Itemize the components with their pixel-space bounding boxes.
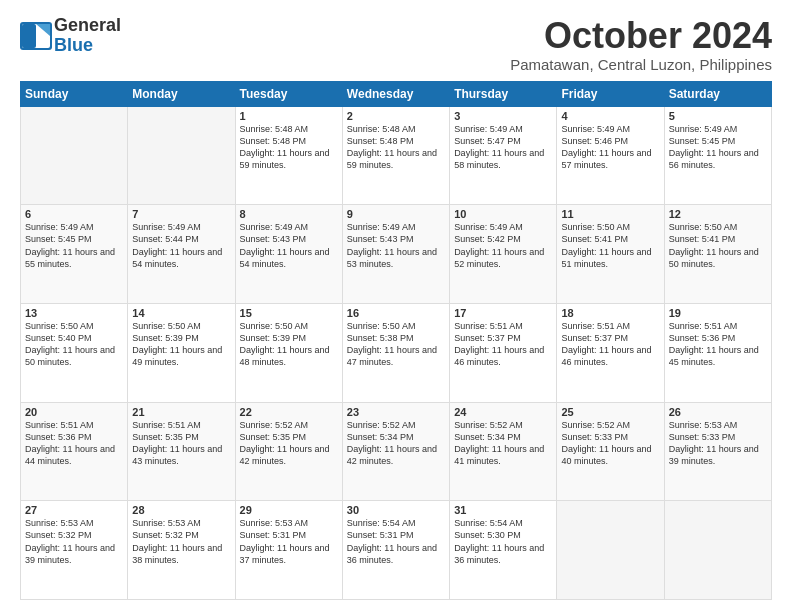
table-row — [664, 501, 771, 600]
table-row: 14 Sunrise: 5:50 AM Sunset: 5:39 PM Dayl… — [128, 303, 235, 402]
calendar-week-row: 1 Sunrise: 5:48 AM Sunset: 5:48 PM Dayli… — [21, 106, 772, 205]
cell-content: Sunrise: 5:49 AM Sunset: 5:43 PM Dayligh… — [240, 221, 338, 270]
table-row: 6 Sunrise: 5:49 AM Sunset: 5:45 PM Dayli… — [21, 205, 128, 304]
day-number: 5 — [669, 110, 767, 122]
table-row: 29 Sunrise: 5:53 AM Sunset: 5:31 PM Dayl… — [235, 501, 342, 600]
cell-content: Sunrise: 5:49 AM Sunset: 5:46 PM Dayligh… — [561, 123, 659, 172]
table-row: 26 Sunrise: 5:53 AM Sunset: 5:33 PM Dayl… — [664, 402, 771, 501]
calendar-week-row: 20 Sunrise: 5:51 AM Sunset: 5:36 PM Dayl… — [21, 402, 772, 501]
day-number: 1 — [240, 110, 338, 122]
day-number: 18 — [561, 307, 659, 319]
cell-content: Sunrise: 5:51 AM Sunset: 5:36 PM Dayligh… — [669, 320, 767, 369]
table-row: 22 Sunrise: 5:52 AM Sunset: 5:35 PM Dayl… — [235, 402, 342, 501]
day-number: 8 — [240, 208, 338, 220]
cell-content: Sunrise: 5:50 AM Sunset: 5:38 PM Dayligh… — [347, 320, 445, 369]
day-number: 15 — [240, 307, 338, 319]
day-number: 22 — [240, 406, 338, 418]
day-number: 14 — [132, 307, 230, 319]
day-number: 3 — [454, 110, 552, 122]
cell-content: Sunrise: 5:48 AM Sunset: 5:48 PM Dayligh… — [347, 123, 445, 172]
day-number: 21 — [132, 406, 230, 418]
logo-icon — [20, 22, 52, 50]
day-number: 20 — [25, 406, 123, 418]
cell-content: Sunrise: 5:49 AM Sunset: 5:42 PM Dayligh… — [454, 221, 552, 270]
cell-content: Sunrise: 5:50 AM Sunset: 5:41 PM Dayligh… — [669, 221, 767, 270]
day-number: 25 — [561, 406, 659, 418]
svg-rect-3 — [22, 24, 36, 48]
col-wednesday: Wednesday — [342, 81, 449, 106]
table-row: 16 Sunrise: 5:50 AM Sunset: 5:38 PM Dayl… — [342, 303, 449, 402]
day-number: 31 — [454, 504, 552, 516]
col-monday: Monday — [128, 81, 235, 106]
day-number: 9 — [347, 208, 445, 220]
logo-blue: Blue — [54, 35, 93, 55]
cell-content: Sunrise: 5:53 AM Sunset: 5:31 PM Dayligh… — [240, 517, 338, 566]
table-row: 9 Sunrise: 5:49 AM Sunset: 5:43 PM Dayli… — [342, 205, 449, 304]
day-number: 7 — [132, 208, 230, 220]
table-row: 4 Sunrise: 5:49 AM Sunset: 5:46 PM Dayli… — [557, 106, 664, 205]
cell-content: Sunrise: 5:51 AM Sunset: 5:36 PM Dayligh… — [25, 419, 123, 468]
col-sunday: Sunday — [21, 81, 128, 106]
cell-content: Sunrise: 5:52 AM Sunset: 5:34 PM Dayligh… — [454, 419, 552, 468]
table-row — [21, 106, 128, 205]
day-number: 16 — [347, 307, 445, 319]
cell-content: Sunrise: 5:51 AM Sunset: 5:37 PM Dayligh… — [561, 320, 659, 369]
cell-content: Sunrise: 5:52 AM Sunset: 5:35 PM Dayligh… — [240, 419, 338, 468]
table-row: 17 Sunrise: 5:51 AM Sunset: 5:37 PM Dayl… — [450, 303, 557, 402]
day-number: 30 — [347, 504, 445, 516]
table-row: 23 Sunrise: 5:52 AM Sunset: 5:34 PM Dayl… — [342, 402, 449, 501]
cell-content: Sunrise: 5:50 AM Sunset: 5:40 PM Dayligh… — [25, 320, 123, 369]
cell-content: Sunrise: 5:54 AM Sunset: 5:30 PM Dayligh… — [454, 517, 552, 566]
cell-content: Sunrise: 5:53 AM Sunset: 5:32 PM Dayligh… — [25, 517, 123, 566]
cell-content: Sunrise: 5:53 AM Sunset: 5:33 PM Dayligh… — [669, 419, 767, 468]
cell-content: Sunrise: 5:52 AM Sunset: 5:33 PM Dayligh… — [561, 419, 659, 468]
page: General Blue October 2024 Pamatawan, Cen… — [0, 0, 792, 612]
cell-content: Sunrise: 5:54 AM Sunset: 5:31 PM Dayligh… — [347, 517, 445, 566]
day-number: 12 — [669, 208, 767, 220]
table-row: 3 Sunrise: 5:49 AM Sunset: 5:47 PM Dayli… — [450, 106, 557, 205]
table-row: 11 Sunrise: 5:50 AM Sunset: 5:41 PM Dayl… — [557, 205, 664, 304]
table-row: 30 Sunrise: 5:54 AM Sunset: 5:31 PM Dayl… — [342, 501, 449, 600]
cell-content: Sunrise: 5:49 AM Sunset: 5:45 PM Dayligh… — [669, 123, 767, 172]
table-row: 12 Sunrise: 5:50 AM Sunset: 5:41 PM Dayl… — [664, 205, 771, 304]
table-row: 19 Sunrise: 5:51 AM Sunset: 5:36 PM Dayl… — [664, 303, 771, 402]
day-number: 29 — [240, 504, 338, 516]
cell-content: Sunrise: 5:51 AM Sunset: 5:37 PM Dayligh… — [454, 320, 552, 369]
calendar-week-row: 13 Sunrise: 5:50 AM Sunset: 5:40 PM Dayl… — [21, 303, 772, 402]
day-number: 19 — [669, 307, 767, 319]
table-row: 10 Sunrise: 5:49 AM Sunset: 5:42 PM Dayl… — [450, 205, 557, 304]
cell-content: Sunrise: 5:49 AM Sunset: 5:45 PM Dayligh… — [25, 221, 123, 270]
table-row: 2 Sunrise: 5:48 AM Sunset: 5:48 PM Dayli… — [342, 106, 449, 205]
calendar-week-row: 27 Sunrise: 5:53 AM Sunset: 5:32 PM Dayl… — [21, 501, 772, 600]
table-row — [557, 501, 664, 600]
header: General Blue October 2024 Pamatawan, Cen… — [20, 16, 772, 73]
cell-content: Sunrise: 5:50 AM Sunset: 5:39 PM Dayligh… — [240, 320, 338, 369]
cell-content: Sunrise: 5:49 AM Sunset: 5:43 PM Dayligh… — [347, 221, 445, 270]
table-row: 31 Sunrise: 5:54 AM Sunset: 5:30 PM Dayl… — [450, 501, 557, 600]
table-row: 13 Sunrise: 5:50 AM Sunset: 5:40 PM Dayl… — [21, 303, 128, 402]
cell-content: Sunrise: 5:52 AM Sunset: 5:34 PM Dayligh… — [347, 419, 445, 468]
cell-content: Sunrise: 5:50 AM Sunset: 5:39 PM Dayligh… — [132, 320, 230, 369]
table-row: 25 Sunrise: 5:52 AM Sunset: 5:33 PM Dayl… — [557, 402, 664, 501]
calendar-header-row: Sunday Monday Tuesday Wednesday Thursday… — [21, 81, 772, 106]
col-tuesday: Tuesday — [235, 81, 342, 106]
day-number: 27 — [25, 504, 123, 516]
table-row: 27 Sunrise: 5:53 AM Sunset: 5:32 PM Dayl… — [21, 501, 128, 600]
month-title: October 2024 — [510, 16, 772, 56]
day-number: 10 — [454, 208, 552, 220]
table-row: 1 Sunrise: 5:48 AM Sunset: 5:48 PM Dayli… — [235, 106, 342, 205]
table-row: 5 Sunrise: 5:49 AM Sunset: 5:45 PM Dayli… — [664, 106, 771, 205]
calendar-week-row: 6 Sunrise: 5:49 AM Sunset: 5:45 PM Dayli… — [21, 205, 772, 304]
day-number: 4 — [561, 110, 659, 122]
logo: General Blue — [20, 16, 121, 56]
day-number: 6 — [25, 208, 123, 220]
col-saturday: Saturday — [664, 81, 771, 106]
table-row: 21 Sunrise: 5:51 AM Sunset: 5:35 PM Dayl… — [128, 402, 235, 501]
cell-content: Sunrise: 5:53 AM Sunset: 5:32 PM Dayligh… — [132, 517, 230, 566]
day-number: 17 — [454, 307, 552, 319]
day-number: 23 — [347, 406, 445, 418]
day-number: 26 — [669, 406, 767, 418]
col-friday: Friday — [557, 81, 664, 106]
day-number: 2 — [347, 110, 445, 122]
cell-content: Sunrise: 5:51 AM Sunset: 5:35 PM Dayligh… — [132, 419, 230, 468]
